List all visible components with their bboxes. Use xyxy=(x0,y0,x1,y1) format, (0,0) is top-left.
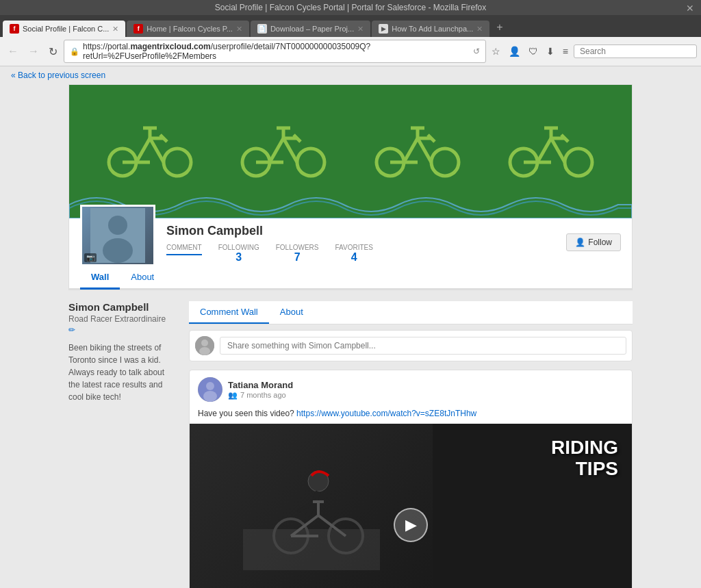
profile-banner xyxy=(69,85,632,218)
profile-tabs-bar: Wall About xyxy=(69,266,632,290)
edit-title-icon[interactable]: ✏ xyxy=(68,325,178,335)
post-link[interactable]: https://www.youtube.com/watch?v=sZE8tJnT… xyxy=(296,409,476,418)
sidebar: Simon Campbell Road Racer Extraordinaire… xyxy=(68,301,178,588)
svg-line-8 xyxy=(160,135,167,142)
feed-tabs: Comment Wall About xyxy=(189,301,633,324)
tab-label: Home | Falcon Cycles P... xyxy=(146,25,233,33)
pocket-button[interactable]: 🛡 xyxy=(526,44,541,58)
follow-icon: 👤 xyxy=(575,238,585,247)
sidebar-name: Simon Campbell xyxy=(68,301,178,313)
stat-following-label: FOLLOWING xyxy=(218,244,259,251)
tab-about[interactable]: About xyxy=(120,266,165,290)
profile-name: Simon Campbell xyxy=(166,224,555,238)
follow-label: Follow xyxy=(588,238,612,247)
post-text: Have you seen this video? https://www.yo… xyxy=(190,406,632,424)
author-avatar-image xyxy=(198,377,222,402)
svg-line-29 xyxy=(537,138,551,162)
post-time-row: 👥 7 months ago xyxy=(228,391,624,400)
tab-close-button[interactable]: ✕ xyxy=(112,25,118,34)
svg-line-26 xyxy=(428,135,435,142)
download-button[interactable]: ⬇ xyxy=(544,44,557,58)
tab-favicon: f xyxy=(10,24,19,34)
cyclist-placeholder xyxy=(190,424,433,588)
bike-icon-1 xyxy=(105,121,194,183)
bookmark-button[interactable]: ☆ xyxy=(489,44,503,58)
avatar-silhouette xyxy=(90,208,145,263)
url-text: https://portal.magentrixcloud.com/userpr… xyxy=(83,42,470,61)
tab-label: Social Profile | Falcon C... xyxy=(23,25,109,33)
nav-bar: ← → ↻ 🔒 https://portal.magentrixcloud.co… xyxy=(0,37,701,66)
share-input[interactable] xyxy=(220,337,626,355)
svg-point-40 xyxy=(201,340,208,346)
feed-tab-comment-wall[interactable]: Comment Wall xyxy=(189,301,269,324)
tab-download[interactable]: 📄 Download – Paper Proj... ✕ xyxy=(251,21,370,37)
title-bar: Social Profile | Falcon Cycles Portal | … xyxy=(0,0,701,15)
riding-tips-line2: TIPS xyxy=(551,459,618,480)
share-avatar xyxy=(195,336,214,355)
tab-favicon: 📄 xyxy=(257,24,267,34)
back-link[interactable]: « Back to previous screen xyxy=(0,66,116,84)
tab-close-button[interactable]: ✕ xyxy=(236,25,242,34)
stat-followers-value: 7 xyxy=(276,251,319,264)
tab-label: Download – Paper Proj... xyxy=(270,25,354,33)
svg-line-35 xyxy=(561,135,568,142)
forward-button[interactable]: → xyxy=(25,44,42,59)
tab-wall[interactable]: Wall xyxy=(80,266,120,290)
tab-close-button[interactable]: ✕ xyxy=(357,25,364,34)
stat-following-value: 3 xyxy=(218,251,259,264)
svg-line-30 xyxy=(551,138,565,162)
search-input[interactable] xyxy=(574,44,697,58)
refresh-button[interactable]: ↻ xyxy=(45,44,61,60)
sidebar-title: Road Racer Extraordinaire xyxy=(68,314,178,324)
svg-point-19 xyxy=(431,149,459,176)
cyclist-area xyxy=(190,424,433,588)
post-text-prefix: Have you seen this video? xyxy=(198,409,294,418)
stat-followers: FOLLOWERS 7 xyxy=(276,244,319,264)
svg-point-28 xyxy=(565,149,592,176)
stat-following: FOLLOWING 3 xyxy=(218,244,259,264)
tab-label: How To Add Launchpa... xyxy=(392,25,473,33)
bike-icon-3 xyxy=(373,121,462,183)
window-title: Social Profile | Falcon Cycles Portal | … xyxy=(215,3,486,12)
url-refresh-icon[interactable]: ↺ xyxy=(473,47,480,56)
change-photo-button[interactable]: 📷 xyxy=(84,253,97,262)
feed-tab-about[interactable]: About xyxy=(269,301,314,324)
reader-button[interactable]: 👤 xyxy=(506,44,523,58)
tab-social-profile[interactable]: f Social Profile | Falcon C... ✕ xyxy=(3,21,125,37)
follow-button[interactable]: 👤 Follow xyxy=(566,233,621,251)
new-tab-button[interactable]: + xyxy=(491,18,508,37)
share-avatar-image xyxy=(195,336,214,355)
url-bar[interactable]: 🔒 https://portal.magentrixcloud.com/user… xyxy=(64,40,486,63)
tab-launchpa[interactable]: ▶ How To Add Launchpa... ✕ xyxy=(372,21,489,37)
post-card: Tatiana Morand 👥 7 months ago Have you s… xyxy=(189,370,633,588)
svg-point-43 xyxy=(206,382,214,390)
tab-close-button[interactable]: ✕ xyxy=(476,25,483,34)
tab-home[interactable]: f Home | Falcon Cycles P... ✕ xyxy=(127,21,249,37)
post-meta: Tatiana Morand 👥 7 months ago xyxy=(228,380,624,400)
svg-point-44 xyxy=(203,391,217,402)
lock-icon: 🔒 xyxy=(70,47,79,56)
svg-point-38 xyxy=(103,238,133,263)
play-button[interactable]: ▶ xyxy=(394,508,428,542)
menu-button[interactable]: ≡ xyxy=(560,44,571,58)
sidebar-bio: Been biking the streets of Toronto since… xyxy=(68,342,178,403)
stat-comment-label: COMMENT xyxy=(166,244,202,251)
mutual-icon: 👥 xyxy=(228,391,238,400)
profile-info: Simon Campbell COMMENT FOLLOWING 3 FOLLO… xyxy=(155,218,566,266)
profile-stats: COMMENT FOLLOWING 3 FOLLOWERS 7 F xyxy=(166,244,555,264)
post-author-avatar xyxy=(198,377,222,402)
svg-line-21 xyxy=(418,138,431,162)
stat-followers-label: FOLLOWERS xyxy=(276,244,319,251)
post-video[interactable]: RIDING TIPS ▶ GCN TOP 9 xyxy=(190,424,632,588)
main-content: Simon Campbell Road Racer Extraordinaire… xyxy=(58,290,643,588)
tab-bar: f Social Profile | Falcon C... ✕ f Home … xyxy=(0,15,701,37)
svg-line-11 xyxy=(270,138,283,162)
svg-line-17 xyxy=(294,135,301,142)
window-close-button[interactable]: ✕ xyxy=(686,3,694,14)
svg-point-37 xyxy=(108,216,127,235)
svg-line-12 xyxy=(283,138,297,162)
share-box xyxy=(189,330,633,361)
stat-favorites: FAVORITES 4 xyxy=(335,244,372,264)
back-button[interactable]: ← xyxy=(4,44,22,59)
svg-line-20 xyxy=(404,138,418,162)
